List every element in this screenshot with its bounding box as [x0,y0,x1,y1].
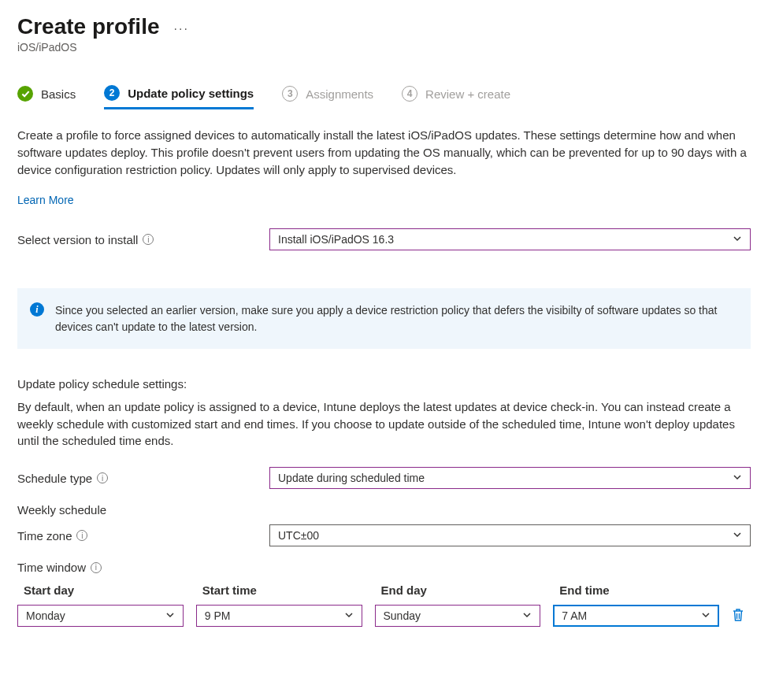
col-end-day: End day [375,583,541,597]
timezone-label: Time zone i [17,529,269,543]
info-icon[interactable]: i [143,234,154,245]
start-day-select[interactable]: Monday [17,605,184,627]
step-label: Review + create [425,87,510,101]
end-day-value: Sunday [384,609,421,622]
schedule-heading: Update policy schedule settings: [17,377,751,391]
step-review-create[interactable]: 4 Review + create [402,85,510,109]
start-time-value: 9 PM [205,609,231,622]
info-message-text: Since you selected an earlier version, m… [55,304,717,332]
timezone-value: UTC±00 [278,529,319,542]
end-day-select[interactable]: Sunday [375,605,541,627]
step-number-icon: 4 [402,86,417,102]
page-title: Create profile [17,14,160,39]
step-label: Assignments [306,87,373,101]
col-end-time: End time [553,583,719,597]
more-actions-icon[interactable]: ··· [174,22,189,36]
schedule-type-select[interactable]: Update during scheduled time [269,467,751,489]
chevron-down-icon [522,609,532,622]
chevron-down-icon [344,609,354,622]
end-time-select[interactable]: 7 AM [553,605,719,627]
chevron-down-icon [733,233,742,246]
info-icon[interactable]: i [97,472,108,483]
info-message-box: i Since you selected an earlier version,… [17,288,751,349]
chevron-down-icon [733,472,742,484]
description-text: Create a profile to force assigned devic… [17,127,751,178]
timewindow-label: Time window i [17,561,269,574]
step-label: Basics [41,87,76,101]
info-icon[interactable]: i [91,562,102,573]
version-label: Select version to install i [17,233,269,246]
chevron-down-icon [165,609,175,622]
learn-more-link[interactable]: Learn More [17,194,74,206]
timewindow-header: Start day Start time End day End time [17,583,751,597]
info-icon[interactable]: i [76,530,87,541]
step-number-icon: 3 [282,86,298,102]
timezone-select[interactable]: UTC±00 [269,524,751,546]
start-time-select[interactable]: 9 PM [196,605,362,627]
chevron-down-icon [701,609,710,622]
step-assignments[interactable]: 3 Assignments [282,85,373,109]
schedule-description: By default, when an update policy is ass… [17,398,751,450]
step-number-icon: 2 [104,85,120,101]
schedule-type-label: Schedule type i [17,472,269,485]
check-icon [17,86,33,102]
col-start-time: Start time [196,583,362,597]
end-time-value: 7 AM [562,609,587,622]
step-label: Update policy settings [128,87,254,100]
version-select[interactable]: Install iOS/iPadOS 16.3 [269,228,751,250]
start-day-value: Monday [26,609,65,622]
timewindow-row: Monday 9 PM Sunday 7 AM [17,605,751,627]
step-basics[interactable]: Basics [17,85,76,109]
chevron-down-icon [733,529,742,542]
page-subtitle: iOS/iPadOS [17,41,751,54]
version-select-value: Install iOS/iPadOS 16.3 [278,233,394,246]
wizard-steps: Basics 2 Update policy settings 3 Assign… [17,85,751,109]
schedule-type-value: Update during scheduled time [278,472,425,484]
info-circle-icon: i [30,302,44,317]
step-update-policy-settings[interactable]: 2 Update policy settings [104,85,254,109]
weekly-schedule-heading: Weekly schedule [17,503,751,517]
delete-row-icon[interactable] [732,608,744,622]
col-start-day: Start day [17,583,184,597]
